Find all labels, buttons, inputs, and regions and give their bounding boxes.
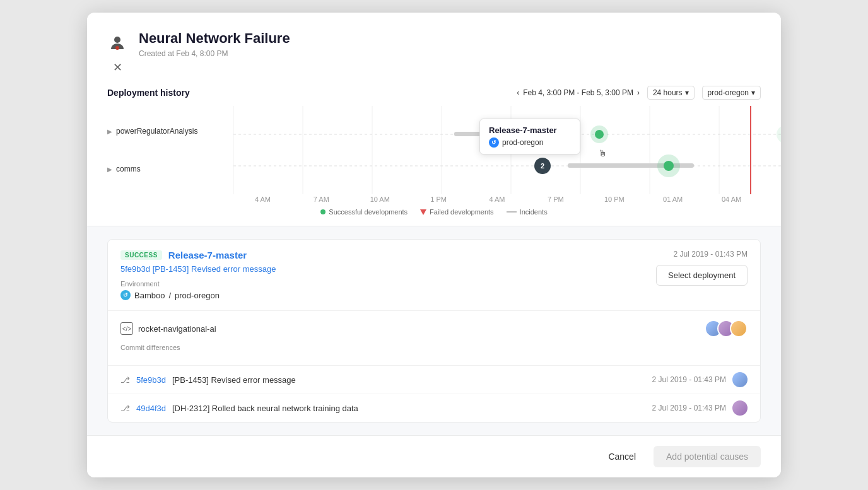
bottom-panel: SUCCESS Release-7-master 5fe9b3d [PB-145… [87, 226, 781, 435]
environment-dropdown[interactable]: prod-oregon ▾ [702, 86, 761, 100]
avatars-group [705, 320, 748, 337]
expand-arrow-power: ▶ [107, 128, 112, 135]
git-icon-1: ⎇ [120, 404, 130, 413]
time-label-7: 01 AM [643, 195, 702, 203]
prod-env-text: prod-oregon [175, 291, 220, 300]
status-badge: SUCCESS [120, 250, 162, 260]
legend-incidents-text: Incidents [520, 208, 548, 216]
time-label-3: 1 PM [409, 195, 468, 203]
legend: Successful developments Failed developme… [107, 203, 761, 226]
dep-card-header: SUCCESS Release-7-master 5fe9b3d [PB-145… [108, 240, 760, 311]
footer-actions: Cancel Add potential causes [87, 435, 781, 477]
env-value: ↺ Bamboo / prod-oregon [120, 290, 276, 300]
dep-timestamp: 2 Jul 2019 - 01:43 PM [674, 250, 748, 259]
time-label-6: 10 PM [585, 195, 643, 203]
tooltip-env-text: prod-oregon [502, 138, 543, 147]
repo-name-row: </> rocket-navigational-ai [120, 322, 216, 335]
dep-card-left: SUCCESS Release-7-master 5fe9b3d [PB-145… [120, 250, 276, 300]
legend-dot-successful [320, 209, 326, 214]
title-area: Neural Network Failure Created at Feb 4,… [139, 30, 761, 58]
commit-time-1: 2 Jul 2019 - 01:43 PM [652, 404, 726, 412]
prev-arrow[interactable]: ‹ [517, 88, 519, 97]
commit-msg-0: [PB-1453] Revised error message [172, 375, 296, 385]
commit-avatar-0 [732, 372, 748, 387]
main-window: ✕ Neural Network Failure Created at Feb … [87, 13, 781, 477]
commit-left-0: ⎇ 5fe9b3d [PB-1453] Revised error messag… [120, 375, 296, 385]
tooltip: Release-7-master ↺ prod-oregon [479, 119, 580, 155]
cancel-button[interactable]: Cancel [598, 446, 646, 467]
deployment-header: Deployment history ‹ Feb 4, 3:00 PM - Fe… [107, 86, 761, 100]
repo-header: </> rocket-navigational-ai [120, 320, 748, 337]
commit-hash-0[interactable]: 5fe9b3d [136, 375, 166, 385]
label-power[interactable]: ▶ powerRegulatorAnalysis [107, 106, 233, 144]
svg-text:2: 2 [541, 162, 544, 170]
dep-card-right: 2 Jul 2019 - 01:43 PM Select deployment [656, 250, 748, 286]
commit-right-1: 2 Jul 2019 - 01:43 PM [652, 400, 748, 416]
add-causes-button: Add potential causes [654, 446, 761, 467]
time-label-4: 4 AM [468, 195, 527, 203]
legend-tri-failed [420, 209, 426, 215]
commit-message: [PB-1453] Revised error message [153, 264, 276, 274]
time-label-2: 10 AM [351, 195, 409, 203]
chart-labels: ▶ powerRegulatorAnalysis ▶ comms [107, 106, 233, 182]
deployment-section: Deployment history ‹ Feb 4, 3:00 PM - Fe… [107, 86, 761, 226]
commit-right-0: 2 Jul 2019 - 01:43 PM [652, 372, 748, 387]
svg-text:🖱: 🖱 [598, 148, 607, 158]
commit-left-1: ⎇ 49d4f3d [DH-2312] Rolled back neural n… [120, 404, 358, 413]
commit-avatar-1 [732, 400, 748, 416]
prod-icon: ↺ [489, 137, 499, 148]
commit-msg-1: [DH-2312] Rolled back neural network tra… [172, 404, 358, 413]
tooltip-env: ↺ prod-oregon [489, 137, 571, 148]
release-name: Release-7-master [168, 250, 247, 260]
commit-hash-link[interactable]: 5fe9b3d [120, 264, 150, 274]
time-window-dropdown[interactable]: 24 hours ▾ [647, 86, 695, 100]
time-label-1: 7 AM [292, 195, 351, 203]
person-icon [107, 33, 127, 53]
svg-point-21 [664, 161, 674, 171]
left-icons: ✕ [107, 30, 127, 74]
commit-hash-1[interactable]: 49d4f3d [136, 404, 166, 413]
bamboo-text: Bamboo [134, 291, 165, 300]
select-deployment-button[interactable]: Select deployment [656, 265, 748, 286]
commit-hash-line: 5fe9b3d [PB-1453] Revised error message [120, 264, 276, 274]
commit-diffs-label: Commit differences [120, 344, 748, 351]
legend-dash-incidents [507, 211, 517, 213]
deployment-card: SUCCESS Release-7-master 5fe9b3d [PB-145… [107, 239, 761, 423]
deployment-history-title: Deployment history [107, 88, 190, 98]
time-label-0: 4 AM [233, 195, 292, 203]
label-comms[interactable]: ▶ comms [107, 144, 233, 182]
label-comms-text: comms [116, 165, 141, 173]
svg-point-1 [115, 46, 119, 50]
tooltip-title: Release-7-master [489, 125, 571, 135]
date-nav: ‹ Feb 4, 3:00 PM - Feb 5, 3:00 PM › [517, 88, 640, 97]
top-panel: ✕ Neural Network Failure Created at Feb … [87, 13, 781, 226]
page-title: Neural Network Failure [139, 30, 761, 47]
svg-point-0 [114, 37, 120, 43]
git-icon-0: ⎇ [120, 375, 130, 385]
legend-failed-text: Failed developments [430, 208, 494, 216]
commit-row-1: ⎇ 49d4f3d [DH-2312] Rolled back neural n… [108, 394, 760, 422]
subtitle: Created at Feb 4, 8:00 PM [139, 49, 761, 58]
chart-container: ▶ powerRegulatorAnalysis ▶ comms [107, 106, 761, 194]
label-power-text: powerRegulatorAnalysis [116, 127, 197, 136]
legend-successful: Successful developments [320, 208, 408, 216]
expand-arrow-comms: ▶ [107, 166, 112, 173]
bamboo-icon: ↺ [120, 290, 131, 300]
avatar-3 [730, 320, 748, 337]
time-label-8: 04 AM [702, 195, 761, 203]
legend-incidents: Incidents [507, 208, 548, 216]
next-arrow[interactable]: › [637, 88, 640, 97]
date-range: Feb 4, 3:00 PM - Feb 5, 3:00 PM [523, 88, 633, 97]
svg-point-24 [777, 125, 781, 143]
code-bracket-icon: </> [120, 322, 133, 335]
env-label: Environment [120, 280, 276, 288]
commit-row-0: ⎇ 5fe9b3d [PB-1453] Revised error messag… [108, 366, 760, 394]
deployment-controls: ‹ Feb 4, 3:00 PM - Feb 5, 3:00 PM › 24 h… [517, 86, 761, 100]
svg-point-15 [595, 130, 604, 139]
commit-time-0: 2 Jul 2019 - 01:43 PM [652, 375, 726, 384]
legend-successful-text: Successful developments [329, 208, 408, 216]
repo-section: </> rocket-navigational-ai Commit differ… [108, 311, 760, 366]
repo-name-text: rocket-navigational-ai [138, 324, 216, 334]
time-label-5: 7 PM [526, 195, 585, 203]
close-icon[interactable]: ✕ [110, 61, 124, 74]
